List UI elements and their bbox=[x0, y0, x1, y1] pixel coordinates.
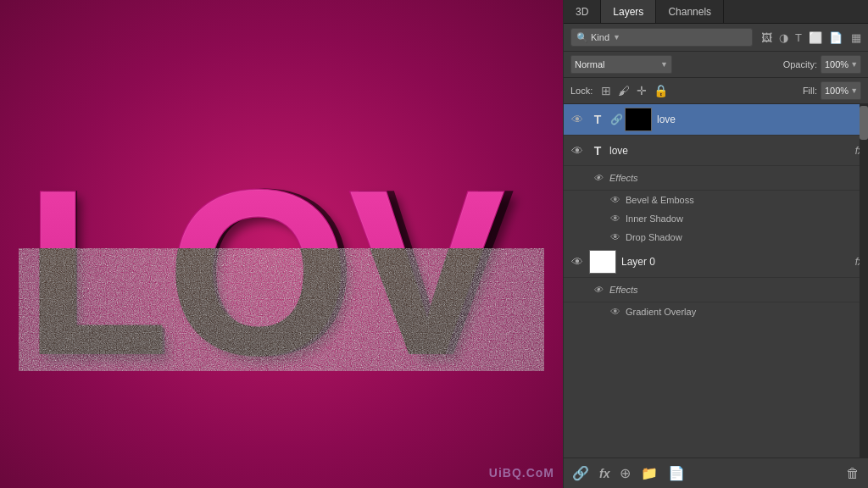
lock-label: Lock: bbox=[570, 86, 593, 96]
fill-label: Fill: bbox=[803, 86, 817, 96]
bottom-toolbar: 🔗 fx ⊕ 📁 📄 🗑 bbox=[564, 458, 868, 488]
scroll-thumb[interactable] bbox=[860, 106, 868, 140]
add-layer-icon[interactable]: ⊕ bbox=[620, 465, 631, 481]
eye-icon-love[interactable]: 👁 bbox=[569, 142, 586, 159]
eye-icon-effects-layer0[interactable]: 👁 bbox=[589, 281, 606, 298]
lock-move-icon[interactable]: ✛ bbox=[637, 84, 647, 97]
blend-row: Normal ▼ Opacity: 100% ▼ bbox=[564, 52, 868, 78]
blend-arrow: ▼ bbox=[660, 60, 668, 69]
layer-name-love-active: love bbox=[657, 114, 863, 125]
effect-drop-shadow[interactable]: 👁 Drop Shadow bbox=[564, 228, 868, 247]
effect-inner-shadow[interactable]: 👁 Inner Shadow bbox=[564, 209, 868, 228]
kind-icons: 🖼 ◑ T ⬜ 📄 bbox=[761, 31, 843, 44]
eye-inner-shadow[interactable]: 👁 bbox=[610, 213, 620, 225]
opacity-label: Opacity: bbox=[783, 59, 817, 69]
lock-row: Lock: ⊞ 🖌 ✛ 🔒 Fill: 100% ▼ bbox=[564, 78, 868, 104]
fx-bottom-icon[interactable]: fx bbox=[599, 467, 609, 480]
eye-bevel[interactable]: 👁 bbox=[610, 194, 620, 206]
new-layer-icon[interactable]: 📄 bbox=[668, 465, 685, 481]
eye-icon-love-active[interactable]: 👁 bbox=[569, 111, 586, 128]
link-icon-love-active: 🔗 bbox=[609, 113, 623, 126]
lock-pixels-icon[interactable]: ⊞ bbox=[601, 84, 611, 97]
fill-input[interactable]: 100% ▼ bbox=[821, 81, 861, 100]
eye-gradient-overlay[interactable]: 👁 bbox=[610, 306, 620, 318]
kind-arrow: ▼ bbox=[613, 33, 620, 42]
effects-header-layer0: 👁 Effects bbox=[564, 278, 868, 302]
eye-icon-effects[interactable]: 👁 bbox=[589, 169, 606, 186]
eye-drop-shadow[interactable]: 👁 bbox=[610, 231, 620, 243]
layers-panel: 3D Layers Channels 🔍 Kind ▼ 🖼 ◑ T ⬜ 📄 ▦ … bbox=[563, 0, 868, 488]
lock-brush-icon[interactable]: 🖌 bbox=[618, 84, 630, 97]
text-kind-icon[interactable]: T bbox=[795, 31, 802, 44]
grid-icon: ▦ bbox=[851, 31, 861, 44]
layers-list: 👁 T 🔗 love 👁 T love fx 👁 Effects 👁 Bevel… bbox=[564, 104, 868, 458]
layer-love[interactable]: 👁 T love fx bbox=[564, 136, 868, 166]
canvas: LOV bbox=[0, 0, 563, 488]
search-box[interactable]: 🔍 Kind ▼ bbox=[570, 28, 753, 47]
panel-tabs: 3D Layers Channels bbox=[564, 0, 868, 24]
layer-thumb-love-active bbox=[625, 108, 652, 131]
circle-kind-icon[interactable]: ◑ bbox=[779, 31, 788, 44]
link-bottom-icon[interactable]: 🔗 bbox=[572, 465, 589, 481]
layer-name-love: love bbox=[609, 145, 852, 157]
layer-name-layer0: Layer 0 bbox=[621, 256, 852, 268]
eye-icon-layer0[interactable]: 👁 bbox=[569, 253, 586, 270]
blend-mode-select[interactable]: Normal ▼ bbox=[570, 55, 672, 74]
kind-dropdown: Kind ▼ bbox=[591, 32, 620, 42]
watermark: UiBQ.CoM bbox=[489, 466, 554, 480]
tab-3d[interactable]: 3D bbox=[564, 0, 601, 23]
tab-layers[interactable]: Layers bbox=[601, 0, 656, 23]
layer-love-active[interactable]: 👁 T 🔗 love bbox=[564, 104, 868, 136]
effect-bevel[interactable]: 👁 Bevel & Emboss bbox=[564, 191, 868, 209]
tab-channels[interactable]: Channels bbox=[656, 0, 724, 23]
text-icon-love: T bbox=[589, 142, 606, 159]
layers-scrollbar[interactable] bbox=[860, 104, 868, 458]
smart-kind-icon[interactable]: 📄 bbox=[829, 31, 843, 44]
fill-row: Fill: 100% ▼ bbox=[803, 81, 861, 100]
image-kind-icon[interactable]: 🖼 bbox=[761, 31, 772, 44]
new-group-icon[interactable]: 📁 bbox=[641, 465, 658, 481]
layer-thumb-layer0 bbox=[589, 250, 616, 274]
lock-all-icon[interactable]: 🔒 bbox=[654, 84, 668, 97]
text-icon-love-active: T bbox=[589, 111, 606, 128]
lock-icons: ⊞ 🖌 ✛ 🔒 bbox=[601, 84, 668, 97]
effect-gradient-overlay[interactable]: 👁 Gradient Overlay bbox=[564, 302, 868, 321]
opacity-input[interactable]: 100% ▼ bbox=[821, 55, 861, 74]
shape-kind-icon[interactable]: ⬜ bbox=[809, 31, 822, 44]
delete-layer-icon[interactable]: 🗑 bbox=[846, 466, 860, 481]
search-icon: 🔍 bbox=[576, 32, 588, 43]
layer-0[interactable]: 👁 Layer 0 fx bbox=[564, 247, 868, 278]
effects-header-love: 👁 Effects bbox=[564, 166, 868, 191]
opacity-row: Opacity: 100% ▼ bbox=[783, 55, 861, 74]
kind-bar: 🔍 Kind ▼ 🖼 ◑ T ⬜ 📄 ▦ bbox=[564, 24, 868, 52]
